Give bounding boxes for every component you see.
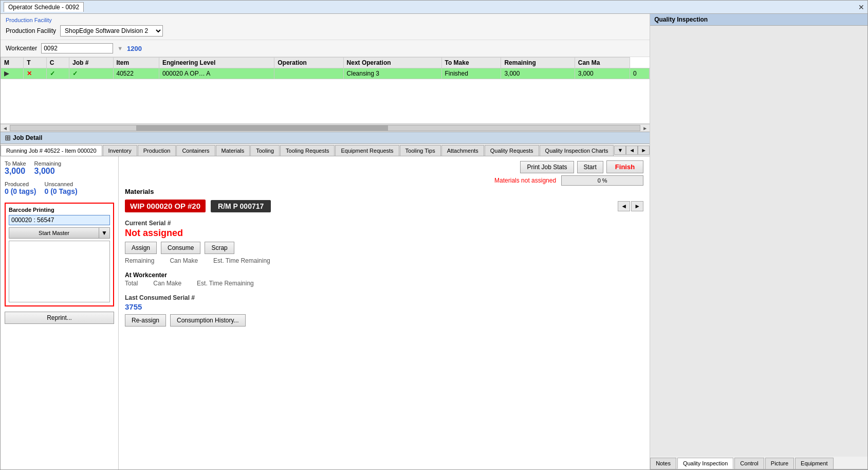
job-left-sidebar: To Make 3,000 Remaining 3,000 Produced 0… bbox=[1, 156, 119, 469]
barcode-printing-box: Barcode Printing Start Master ▼ bbox=[5, 203, 114, 306]
close-button[interactable]: ✕ bbox=[858, 3, 864, 11]
finish-button[interactable]: Finish bbox=[606, 160, 643, 173]
tab-quality-requests[interactable]: Quality Requests bbox=[485, 145, 539, 156]
consumption-history-button[interactable]: Consumption History... bbox=[170, 314, 246, 327]
tab-control[interactable]: Control bbox=[734, 458, 764, 469]
tab-tooling-tips[interactable]: Tooling Tips bbox=[400, 145, 441, 156]
cell-can-make: 0 bbox=[630, 68, 650, 79]
reprint-button[interactable]: Reprint... bbox=[5, 312, 114, 324]
tab-quality-inspection-charts[interactable]: Quality Inspection Charts bbox=[540, 145, 614, 156]
cell-m: ✕ bbox=[24, 68, 46, 79]
col-c: C bbox=[46, 58, 69, 68]
facility-label: Production Facility bbox=[6, 27, 56, 34]
barcode-title: Barcode Printing bbox=[9, 207, 110, 213]
cell-eng bbox=[274, 68, 343, 79]
tab-nav-dropdown[interactable]: ▼ bbox=[614, 146, 626, 155]
tab-running-job[interactable]: Running Job # 40522 - Item 000020 bbox=[1, 145, 102, 156]
progress-bar: 0 % bbox=[561, 175, 643, 186]
to-make-value: 3,000 bbox=[5, 167, 26, 176]
tab-nav-right[interactable]: ► bbox=[638, 146, 650, 155]
job-detail-content: To Make 3,000 Remaining 3,000 Produced 0… bbox=[1, 156, 650, 469]
tab-tooling-requests[interactable]: Tooling Requests bbox=[280, 145, 335, 156]
tab-equipment[interactable]: Equipment bbox=[795, 458, 834, 469]
workcenter-fields: Total Can Make Est. Time Remaining bbox=[125, 280, 643, 287]
facility-section: Production Facility Production Facility … bbox=[1, 14, 650, 40]
col-t: T bbox=[24, 58, 46, 68]
workcenter-input[interactable] bbox=[41, 43, 113, 53]
col-job: Job # bbox=[69, 58, 113, 68]
tab-equipment-requests[interactable]: Equipment Requests bbox=[335, 145, 399, 156]
at-workcenter-section: At Workcenter Total Can Make Est. Time R… bbox=[125, 272, 643, 287]
tab-inventory[interactable]: Inventory bbox=[103, 145, 137, 156]
barcode-input[interactable] bbox=[9, 215, 110, 225]
produced-label: Produced bbox=[5, 181, 36, 187]
wip-tab-label[interactable]: WIP 000020 OP #20 bbox=[125, 200, 206, 212]
materials-nav-left[interactable]: ◄ bbox=[618, 201, 630, 211]
cell-next-op: Finished bbox=[441, 68, 501, 79]
materials-header: Materials bbox=[125, 188, 643, 195]
scroll-right-arrow[interactable]: ► bbox=[642, 125, 648, 131]
cell-arrow: ▶ bbox=[1, 68, 24, 79]
title-bar: Operator Schedule - 0092 ✕ bbox=[1, 1, 867, 14]
scrap-button[interactable]: Scrap bbox=[205, 242, 234, 254]
window-title-tab: Operator Schedule - 0092 bbox=[4, 2, 84, 12]
est-time-field-label: Est. Time Remaining bbox=[213, 257, 270, 264]
assign-button[interactable]: Assign bbox=[125, 242, 157, 254]
workcenter-row: Workcenter ▼ 1200 bbox=[1, 40, 650, 57]
job-detail-bar: ⊞ Job Detail bbox=[1, 132, 650, 144]
tab-nav-left[interactable]: ◄ bbox=[626, 146, 638, 155]
col-to-make: To Make bbox=[441, 58, 501, 68]
quality-inspection-tabs: Notes Quality Inspection Control Picture… bbox=[650, 457, 867, 469]
current-serial-label: Current Serial # bbox=[125, 220, 643, 227]
cell-item: 000020 A OP… A bbox=[159, 68, 274, 79]
unscanned-label: Unscanned bbox=[44, 181, 77, 187]
start-master-button[interactable]: Start Master bbox=[9, 227, 99, 239]
cell-operation: Cleansing 3 bbox=[343, 68, 441, 79]
cell-c: ✓ bbox=[69, 68, 113, 79]
workcenter-number: 1200 bbox=[127, 45, 142, 52]
tab-notes[interactable]: Notes bbox=[650, 458, 676, 469]
reassign-button[interactable]: Re-assign bbox=[125, 314, 166, 327]
job-tabs: Running Job # 40522 - Item 000020 Invent… bbox=[1, 144, 650, 156]
tab-production[interactable]: Production bbox=[138, 145, 176, 156]
can-make-field-label: Can Make bbox=[170, 257, 198, 264]
table-row[interactable]: ▶ ✕ ✓ ✓ 40522 000020 A OP… A Cleansing 3… bbox=[1, 68, 650, 79]
last-consumed-value: 3755 bbox=[125, 302, 643, 311]
barcode-list bbox=[9, 241, 110, 302]
scroll-left-arrow[interactable]: ◄ bbox=[3, 125, 8, 131]
col-item: Item bbox=[113, 58, 159, 68]
last-consumed-buttons: Re-assign Consumption History... bbox=[125, 314, 643, 327]
materials-nav-right[interactable]: ► bbox=[631, 201, 643, 211]
start-master-dropdown[interactable]: ▼ bbox=[99, 227, 110, 239]
col-m: M bbox=[1, 58, 24, 68]
at-workcenter-label: At Workcenter bbox=[125, 272, 643, 279]
cell-t: ✓ bbox=[46, 68, 69, 79]
cell-to-make: 3,000 bbox=[501, 68, 575, 79]
rm-tab-label[interactable]: R/M P 000717 bbox=[211, 200, 271, 212]
tab-picture[interactable]: Picture bbox=[765, 458, 794, 469]
produced-value: 0 (0 tags) bbox=[5, 187, 36, 195]
schedule-table-section: M T C Job # Item Engineering Level Opera… bbox=[1, 57, 650, 124]
scroll-track[interactable] bbox=[10, 125, 640, 131]
tab-attachments[interactable]: Attachments bbox=[441, 145, 484, 156]
facility-select[interactable]: ShopEdge Software Division 2 bbox=[60, 25, 163, 37]
tab-nav: ▼ ◄ ► bbox=[614, 144, 650, 156]
serial-buttons: Assign Consume Scrap bbox=[125, 242, 643, 254]
wc-est-time-label: Est. Time Remaining bbox=[197, 280, 254, 287]
tab-containers[interactable]: Containers bbox=[176, 145, 215, 156]
col-can-make: Can Ma bbox=[575, 58, 630, 68]
col-operation: Operation bbox=[274, 58, 343, 68]
col-remaining: Remaining bbox=[501, 58, 575, 68]
tab-materials[interactable]: Materials bbox=[216, 145, 250, 156]
print-job-stats-button[interactable]: Print Job Stats bbox=[520, 161, 574, 173]
tab-tooling[interactable]: Tooling bbox=[250, 145, 280, 156]
tab-quality-inspection[interactable]: Quality Inspection bbox=[677, 458, 733, 469]
remaining-field-label: Remaining bbox=[125, 257, 154, 264]
start-button[interactable]: Start bbox=[577, 161, 603, 173]
horizontal-scrollbar[interactable]: ◄ ► bbox=[1, 124, 650, 132]
job-detail-label: Job Detail bbox=[13, 134, 42, 141]
consume-button[interactable]: Consume bbox=[161, 242, 200, 254]
quality-inspection-header: Quality Inspection bbox=[650, 14, 867, 26]
last-consumed-label: Last Consumed Serial # bbox=[125, 294, 643, 301]
wc-can-make-label: Can Make bbox=[153, 280, 181, 287]
